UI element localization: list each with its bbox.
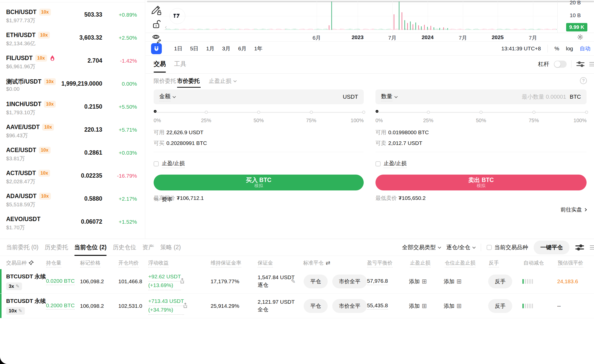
- col-tpsl[interactable]: 止盈止损: [410, 259, 430, 267]
- market-close-all-button[interactable]: 市价全平: [332, 275, 367, 288]
- x-tick[interactable]: 6月: [313, 34, 321, 41]
- pair-row-aave[interactable]: AAVE/USDT10x $96.43万 220.13 +5.71%: [0, 119, 145, 142]
- col-unrealized-pnl[interactable]: 浮动收益: [148, 259, 169, 267]
- fee-rate-row[interactable]: % 费率: [154, 196, 173, 203]
- add-position-tpsl-button[interactable]: 添加⊞: [444, 302, 462, 310]
- edit-margin-pencil-icon[interactable]: ✎: [291, 278, 295, 285]
- pair-row-eth[interactable]: ETH/USDT10x $2,134.36亿 3,603.32 +2.50%: [0, 27, 145, 50]
- tab-assets[interactable]: 资产: [142, 239, 154, 256]
- auto-scale-button[interactable]: 自动: [580, 45, 590, 52]
- pair-row-bch[interactable]: BCH/USDT10x $1,977.73万 503.33 +0.89%: [0, 4, 145, 27]
- help-icon[interactable]: ?: [580, 77, 587, 84]
- col-est-liq-price[interactable]: 预估强平价: [558, 259, 583, 267]
- tab-trade[interactable]: 交易: [154, 60, 166, 68]
- buy-button[interactable]: 买入 BTC 模拟: [154, 175, 364, 190]
- close-all-positions-button[interactable]: 一键平仓: [534, 241, 569, 254]
- margin-mode-filter[interactable]: 逐仓/全仓: [446, 244, 475, 251]
- slider-dot-50[interactable]: [479, 111, 483, 114]
- pair-row-testcoin[interactable]: 测试币/USDT10x $0.00 1,999,219.0000 0.00%: [0, 73, 145, 96]
- order-tab-limit[interactable]: 限价委托: [154, 77, 176, 85]
- add-position-tpsl-button[interactable]: 添加⊞: [444, 278, 462, 285]
- order-tab-tpsl[interactable]: 止盈止损: [209, 77, 236, 85]
- pair-row-aevo[interactable]: AEVO/USDT $1.70万 0.06072 +1.52%: [0, 211, 145, 234]
- swap-icon[interactable]: ⇄: [326, 260, 330, 266]
- col-breakeven-price[interactable]: 盈亏平衡价: [367, 259, 393, 267]
- leverage-toggle[interactable]: [554, 61, 567, 68]
- breakeven-price[interactable]: 55,435.8: [367, 302, 388, 310]
- trade-type-filter[interactable]: 全部交易类型: [402, 244, 441, 251]
- tab-position-history[interactable]: 历史仓位: [113, 239, 136, 256]
- menu-hamburger-icon[interactable]: [590, 245, 594, 249]
- position-size[interactable]: 0.2000 BTC: [46, 302, 75, 310]
- x-tick[interactable]: 7月: [529, 34, 537, 41]
- unlock-icon[interactable]: [152, 19, 161, 29]
- tpsl-label[interactable]: 止盈/止损: [162, 160, 185, 168]
- order-tab-market[interactable]: 市价委托: [177, 77, 200, 85]
- interval-3m[interactable]: 3月: [222, 45, 231, 52]
- leverage-edit-pill[interactable]: 3x✎: [6, 282, 22, 290]
- slider-dot-75[interactable]: [310, 111, 313, 114]
- pair-row-act[interactable]: ACT/USDT10x $2,028.47万 0.02235 -16.79%: [0, 165, 145, 188]
- draw-lock-icon[interactable]: [152, 5, 162, 15]
- panel-settings-sliders-icon[interactable]: [576, 60, 585, 68]
- tab-order-history[interactable]: 历史委托: [45, 239, 68, 256]
- axis-settings-gear-icon[interactable]: [577, 34, 584, 40]
- current-symbol-filter[interactable]: 当前交易品种: [487, 244, 528, 251]
- tab-current-positions[interactable]: 当前仓位 (2): [74, 239, 107, 256]
- amount-input[interactable]: 金额 USDT: [154, 89, 364, 104]
- menu-hamburger-icon[interactable]: [589, 62, 594, 66]
- y-tick[interactable]: 20 B: [570, 0, 581, 6]
- pair-row-1inch[interactable]: 1INCH/USDT10x $1,793.10万 0.2150 +5.50%: [0, 96, 145, 119]
- x-tick[interactable]: 2023: [352, 34, 364, 40]
- col-size[interactable]: 持仓量: [46, 259, 61, 267]
- col-position-tpsl[interactable]: 仓位止盈止损: [445, 259, 475, 267]
- pair-row-ace[interactable]: ACE/USDT10x $3.81万 0.2861 +0.03%: [0, 142, 145, 165]
- add-tpsl-button[interactable]: 添加⊞: [409, 278, 427, 285]
- volume-bars[interactable]: [164, 2, 557, 30]
- slider-dot-75[interactable]: [532, 111, 535, 114]
- sell-button[interactable]: 卖出 BTC 模拟: [375, 175, 587, 190]
- quantity-input[interactable]: 数量 最小数量 0.00001BTC: [375, 89, 587, 104]
- pnl-value[interactable]: +92.62 USDT: [148, 273, 181, 281]
- breakeven-price[interactable]: 57,976.8: [367, 278, 388, 285]
- market-close-all-button[interactable]: 市价全平: [332, 299, 367, 313]
- tab-open-orders[interactable]: 当前委托 (0): [6, 239, 39, 256]
- pin-icon[interactable]: [29, 260, 34, 266]
- pnl-value[interactable]: +713.43 USDT: [148, 297, 184, 306]
- reverse-position-button[interactable]: 反手: [488, 275, 512, 288]
- slider-dot-0[interactable]: [376, 110, 379, 113]
- tpsl-label[interactable]: 止盈/止损: [384, 160, 407, 168]
- slider-dot-25[interactable]: [427, 111, 430, 114]
- interval-1m[interactable]: 1月: [206, 45, 214, 52]
- col-mark-price[interactable]: 标记价格: [80, 259, 100, 267]
- slider-dot-25[interactable]: [205, 111, 208, 114]
- reverse-position-button[interactable]: 反手: [488, 299, 512, 313]
- close-position-button[interactable]: 平仓: [304, 275, 328, 288]
- slider-dot-0[interactable]: [154, 110, 157, 113]
- tpsl-checkbox[interactable]: [375, 161, 381, 166]
- x-tick[interactable]: 2024: [422, 34, 434, 40]
- col-reverse[interactable]: 反手: [489, 259, 499, 267]
- tpsl-checkbox[interactable]: [154, 161, 159, 166]
- y-tick[interactable]: 10 B: [570, 12, 581, 18]
- slider-dot-50[interactable]: [257, 111, 260, 114]
- interval-1d[interactable]: 1日: [174, 45, 182, 52]
- col-maintenance-margin-rate[interactable]: 维持保证金率: [211, 259, 241, 267]
- pair-row-ada[interactable]: ADA/USDT10x $5,518.59万 0.5880 +2.17%: [0, 188, 145, 211]
- go-live-trading-link[interactable]: 前往实盘: [561, 206, 586, 213]
- amount-field-label[interactable]: 金额: [159, 93, 175, 101]
- tab-tools[interactable]: 工具: [174, 60, 186, 68]
- x-tick[interactable]: 2025: [492, 34, 504, 40]
- interval-1y[interactable]: 1年: [254, 45, 262, 52]
- magnet-mode-button[interactable]: [151, 43, 162, 54]
- percent-scale-button[interactable]: %: [554, 46, 559, 52]
- share-pnl-icon[interactable]: [182, 302, 189, 309]
- leverage-edit-pill[interactable]: 10x✎: [6, 307, 25, 315]
- position-size[interactable]: 0.0200 BTC: [46, 278, 75, 285]
- pair-row-fil[interactable]: FIL/USDT10x $6,961.96万 2.704 -1.42%: [0, 50, 145, 73]
- add-tpsl-button[interactable]: 添加⊞: [409, 302, 427, 310]
- col-entry-price[interactable]: 开仓均价: [118, 259, 139, 267]
- close-position-button[interactable]: 平仓: [304, 299, 328, 313]
- x-tick[interactable]: 7月: [388, 34, 397, 41]
- interval-5d[interactable]: 5日: [190, 45, 199, 52]
